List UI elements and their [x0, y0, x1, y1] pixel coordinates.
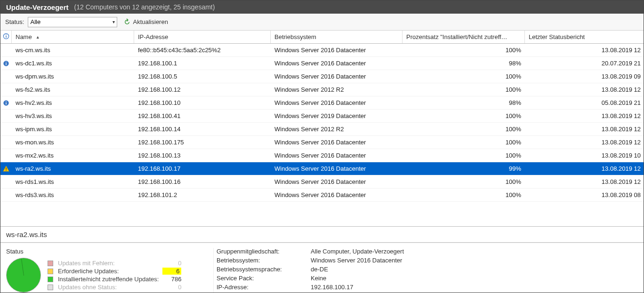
sort-asc-icon: ▲: [36, 35, 40, 40]
svg-rect-4: [6, 63, 6, 64]
legend-swatch-none: [48, 285, 53, 290]
cell-ip: 192.168.101.2: [134, 191, 271, 198]
column-header-last[interactable]: Letzter Statusbericht: [525, 31, 644, 43]
details-pane: Status Updates mit Fehlern: 0 Erforderli…: [0, 243, 644, 293]
status-label: Status:: [5, 18, 24, 25]
title-bar: Update-Verzoegert (12 Computers von 12 a…: [0, 0, 644, 14]
cell-pct: 100%: [402, 139, 525, 146]
cell-os: Windows Server 2016 Datacenter: [271, 191, 402, 198]
cell-os: Windows Server 2016 Datacenter: [271, 152, 402, 159]
cell-name: ws-rds3.ws.its: [12, 191, 134, 198]
prop-key-sp: Service Pack:: [217, 275, 306, 282]
cell-last: 13.08.2019 08: [525, 191, 644, 198]
legend-value-installed: 786: [162, 276, 181, 283]
svg-rect-5: [6, 62, 6, 62]
cell-os: Windows Server 2016 Datacenter: [271, 99, 402, 106]
cell-ip: 192.168.100.14: [134, 126, 271, 133]
cell-os: Windows Server 2016 Datacenter: [271, 60, 402, 67]
cell-ip: 192.168.100.175: [134, 139, 271, 146]
cell-last: 13.08.2019 12: [525, 112, 644, 119]
row-status-icon-cell: [0, 166, 12, 172]
cell-ip: 192.168.100.17: [134, 165, 271, 172]
cell-pct: 100%: [402, 191, 525, 198]
svg-rect-11: [6, 170, 6, 170]
refresh-button[interactable]: ↻ Aktualisieren: [121, 17, 170, 27]
svg-rect-7: [6, 102, 6, 104]
cell-pct: 100%: [402, 126, 525, 133]
prop-val-ip: 192.168.100.17: [311, 284, 638, 291]
table-row[interactable]: ws-ra2.ws.its192.168.100.17Windows Serve…: [0, 162, 644, 175]
cell-ip: 192.168.100.5: [134, 73, 271, 80]
legend-label-none: Updates ohne Status:: [58, 284, 159, 291]
cell-ip: 192.168.100.13: [134, 152, 271, 159]
table-row[interactable]: ws-hv3.ws.its192.168.100.41Windows Serve…: [0, 110, 644, 123]
cell-os: Windows Server 2019 Datacenter: [271, 112, 402, 119]
cell-pct: 98%: [402, 99, 525, 106]
column-header-os[interactable]: Betriebssystem: [271, 31, 402, 43]
column-header-pct[interactable]: Prozentsatz "Installiert/Nicht zutreff…: [402, 31, 525, 43]
table-row[interactable]: ws-mon.ws.its192.168.100.175Windows Serv…: [0, 136, 644, 149]
cell-pct: 100%: [402, 73, 525, 80]
cell-os: Windows Server 2016 Datacenter: [271, 178, 402, 185]
status-title: Status: [6, 248, 213, 255]
table-row[interactable]: ws-ipm.ws.its192.168.100.14Windows Serve…: [0, 123, 644, 136]
column-header-name[interactable]: Name ▲: [12, 31, 134, 43]
svg-rect-10: [6, 167, 6, 169]
table-row[interactable]: ws-hv2.ws.its192.168.100.10Windows Serve…: [0, 96, 644, 110]
legend-label-errors: Updates mit Fehlern:: [58, 260, 159, 267]
prop-key-group: Gruppenmitgliedschaft:: [217, 248, 306, 255]
column-header-info[interactable]: [0, 31, 12, 43]
table-row[interactable]: ws-mx2.ws.its192.168.100.13Windows Serve…: [0, 149, 644, 162]
chevron-down-icon: ▾: [113, 19, 115, 24]
cell-last: 05.08.2019 21: [525, 99, 644, 106]
cell-last: 13.08.2019 12: [525, 47, 644, 54]
cell-ip: fe80::b545:c43c:5aa5:2c25%2: [134, 47, 271, 54]
cell-last: 13.08.2019 10: [525, 152, 644, 159]
prop-key-lang: Betriebssystemsprache:: [217, 266, 306, 273]
table-row[interactable]: ws-rds3.ws.its192.168.101.2Windows Serve…: [0, 189, 644, 202]
cell-pct: 100%: [402, 86, 525, 93]
details-properties: Gruppenmitgliedschaft: Alle Computer, Up…: [213, 248, 638, 293]
legend-swatch-errors: [48, 261, 53, 266]
info-icon: [3, 60, 9, 67]
cell-last: 13.08.2019 12: [525, 126, 644, 133]
legend-value-required: 6: [162, 268, 181, 275]
cell-name: ws-dpm.ws.its: [12, 73, 134, 80]
cell-pct: 100%: [402, 178, 525, 185]
table-row[interactable]: ws-dc1.ws.its192.168.100.1Windows Server…: [0, 57, 644, 70]
cell-name: ws-rds1.ws.its: [12, 178, 134, 185]
legend-label-required: Erforderliche Updates:: [58, 268, 159, 275]
table-row[interactable]: ws-cm.ws.itsfe80::b545:c43c:5aa5:2c25%2W…: [0, 44, 644, 57]
cell-name: ws-fs2.ws.its: [12, 86, 134, 93]
status-legend: Updates mit Fehlern: 0 Erforderliche Upd…: [48, 260, 181, 291]
legend-swatch-required: [48, 269, 53, 274]
table-row[interactable]: ws-dpm.ws.its192.168.100.5Windows Server…: [0, 70, 644, 83]
cell-last: 20.07.2019 21: [525, 60, 644, 67]
prop-val-os: Windows Server 2016 Datacenter: [311, 257, 638, 264]
legend-label-installed: Installierte/nicht zutreffende Updates:: [58, 276, 159, 283]
status-filter-value: Alle: [30, 18, 113, 25]
status-filter-dropdown[interactable]: Alle ▾: [28, 17, 117, 27]
cell-last: 13.08.2019 09: [525, 73, 644, 80]
table-row[interactable]: ws-fs2.ws.its192.168.100.12Windows Serve…: [0, 83, 644, 96]
cell-ip: 192.168.100.10: [134, 99, 271, 106]
window-subtitle: (12 Computers von 12 angezeigt, 25 insge…: [74, 3, 215, 11]
table-row[interactable]: ws-rds1.ws.its192.168.100.16Windows Serv…: [0, 175, 644, 189]
cell-ip: 192.168.100.41: [134, 112, 271, 119]
refresh-label: Aktualisieren: [133, 18, 168, 25]
cell-pct: 100%: [402, 47, 525, 54]
table-body[interactable]: ws-cm.ws.itsfe80::b545:c43c:5aa5:2c25%2W…: [0, 44, 644, 226]
cell-pct: 100%: [402, 152, 525, 159]
legend-value-none: 0: [162, 284, 181, 291]
cell-os: Windows Server 2016 Datacenter: [271, 139, 402, 146]
info-icon: [3, 100, 9, 106]
row-status-icon-cell: [0, 60, 12, 67]
cell-pct: 99%: [402, 165, 525, 172]
prop-val-sp: Keine: [311, 275, 638, 282]
cell-os: Windows Server 2016 Datacenter: [271, 47, 402, 54]
status-block: Status Updates mit Fehlern: 0 Erforderli…: [6, 248, 213, 293]
cell-name: ws-hv2.ws.its: [12, 99, 134, 106]
prop-key-ip: IP-Adresse:: [217, 284, 306, 291]
computers-table: Name ▲ IP-Adresse Betriebssystem Prozent…: [0, 31, 644, 226]
column-header-ip[interactable]: IP-Adresse: [134, 31, 271, 43]
